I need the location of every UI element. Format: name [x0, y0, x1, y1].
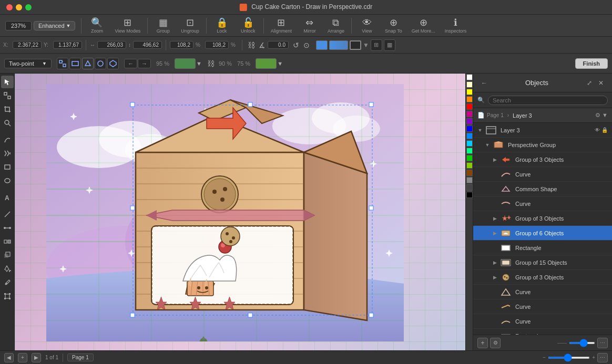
height-field[interactable]	[133, 41, 162, 49]
expand-icon[interactable]: ▼	[475, 128, 485, 133]
persp-arrow-right[interactable]: →	[138, 59, 151, 68]
color-purple[interactable]	[466, 118, 473, 124]
rotate-icon[interactable]: ↺	[293, 41, 299, 49]
expand-icon[interactable]: ▶	[490, 216, 499, 221]
persp-btn3[interactable]	[82, 58, 94, 69]
add-page-button[interactable]: +	[18, 353, 27, 362]
color-red[interactable]	[466, 103, 473, 110]
y-field[interactable]	[53, 41, 82, 49]
group3b-row[interactable]: ▶ Group of 3 Objects	[473, 211, 612, 226]
color-blue[interactable]	[466, 126, 473, 132]
select-tool[interactable]	[1, 76, 14, 88]
shadow-tool[interactable]	[1, 249, 14, 262]
color-white[interactable]	[466, 74, 473, 80]
expand-icon[interactable]: ▶	[490, 157, 499, 162]
zoom-in-button[interactable]: +	[592, 355, 595, 360]
curve2-row[interactable]: Curve	[473, 196, 612, 211]
stroke-color-box[interactable]	[350, 40, 361, 50]
persp-arrow-left[interactable]: ←	[124, 59, 137, 68]
rect2-row[interactable]: Rectangle	[473, 329, 612, 335]
unlock-tool[interactable]: 🔓 Unlock	[236, 17, 261, 35]
canvas-area[interactable]	[15, 74, 473, 350]
persp-btn1[interactable]	[57, 58, 68, 69]
ungroup-tool[interactable]: ⊡ Ungroup	[177, 17, 203, 35]
page-next-button[interactable]: ▶	[32, 353, 41, 362]
color-orange[interactable]	[466, 96, 473, 102]
inspectors-tool[interactable]: ℹ Inspectors	[441, 17, 471, 35]
curve3-row[interactable]: Curve	[473, 285, 612, 299]
fill-color-box[interactable]	[316, 40, 328, 50]
color-lime[interactable]	[466, 162, 473, 169]
group6-row[interactable]: ▶ Group of 6 Objects	[473, 226, 612, 241]
line-tool[interactable]	[1, 208, 14, 221]
color-swatch-green[interactable]	[175, 58, 196, 69]
zoom-tool-left[interactable]	[1, 117, 14, 129]
green2-dropdown[interactable]: ▼	[277, 60, 283, 67]
color-swatch-green2[interactable]	[256, 58, 277, 69]
persp-btn4[interactable]	[95, 58, 106, 69]
height-pct-field[interactable]	[205, 41, 229, 49]
eyedropper-tool[interactable]	[1, 276, 14, 289]
panel-back-button[interactable]: ←	[478, 77, 490, 89]
layer-lock[interactable]: 🔒	[601, 127, 608, 133]
search-input[interactable]	[488, 96, 608, 105]
expand-icon[interactable]: ▶	[490, 231, 499, 236]
rect1-row[interactable]: Rectangle	[473, 241, 612, 255]
lock-ratio-icon[interactable]: ⛓	[248, 41, 255, 49]
color-gray[interactable]	[466, 177, 473, 183]
crop-tool[interactable]	[1, 103, 14, 116]
lock-tool[interactable]: 🔒 Lock	[209, 17, 234, 35]
texture-btn[interactable]: ▦	[384, 39, 395, 51]
layer-options-button[interactable]: ⚙	[490, 338, 501, 348]
ellipse-tool[interactable]	[1, 174, 14, 187]
smart-draw-tool[interactable]	[1, 147, 14, 160]
connector-tool[interactable]	[1, 222, 14, 234]
expand-icon[interactable]: ▼	[483, 142, 492, 148]
arrange-tool[interactable]: ⧉ Arrange	[323, 17, 349, 35]
expand-icon[interactable]: ▶	[490, 275, 499, 280]
color-yellow[interactable]	[466, 89, 473, 95]
blend-tool[interactable]	[1, 235, 14, 248]
layer-visibility[interactable]: 👁	[595, 127, 600, 133]
layer-settings-button[interactable]: ⚙ ▼	[595, 112, 608, 119]
curve5-row[interactable]: Curve	[473, 314, 612, 329]
angle-field[interactable]	[268, 41, 289, 49]
view-type-select[interactable]: Two-point ▼	[4, 59, 52, 68]
color-green[interactable]	[466, 155, 473, 161]
width-pct-field[interactable]	[170, 41, 193, 49]
add-layer-button[interactable]: +	[477, 338, 488, 348]
page-icon[interactable]: 📄	[477, 112, 485, 119]
alignment-tool[interactable]: ⊞ Alignment	[267, 17, 296, 35]
expand-icon[interactable]: ▶	[490, 260, 499, 265]
rectangle-tool[interactable]	[1, 161, 14, 173]
fill-gradient-box[interactable]	[329, 40, 348, 50]
view-modes-tool[interactable]: ⊞ View Modes	[110, 17, 145, 35]
common-shape-row[interactable]: Common Shape	[473, 182, 612, 196]
close-button[interactable]	[6, 4, 13, 11]
curve1-row[interactable]: Curve	[473, 167, 612, 182]
page-prev-button[interactable]: ◀	[4, 353, 14, 362]
size-slider[interactable]	[569, 342, 595, 344]
finish-button[interactable]: Finish	[575, 58, 608, 69]
persp-group-row[interactable]: ▼ Perspective Group	[473, 138, 612, 152]
green-dropdown[interactable]: ▼	[196, 60, 202, 67]
color-teal[interactable]	[466, 148, 473, 154]
group15-row[interactable]: ▶ Group of 15 Objects	[473, 255, 612, 270]
maximize-button[interactable]	[25, 4, 32, 11]
zoom-value[interactable]: 237%	[5, 21, 32, 30]
transform-tool[interactable]	[1, 290, 14, 303]
color-lightblue[interactable]	[466, 133, 473, 139]
snap-to-tool[interactable]: ⊕ Snap To	[381, 17, 406, 35]
panel-close-button[interactable]: ✕	[595, 77, 607, 89]
color-dropdown[interactable]: ▼	[363, 41, 369, 49]
chain-icon[interactable]: ⛓	[207, 59, 215, 68]
color-lightyellow[interactable]	[466, 81, 473, 88]
color-black[interactable]	[466, 192, 473, 198]
more-button[interactable]: ⋯	[597, 338, 608, 348]
group3a-row[interactable]: ▶ Group of 3 Objects	[473, 152, 612, 167]
x-field[interactable]	[13, 41, 42, 49]
color-cyan[interactable]	[466, 140, 473, 147]
page-name-tag[interactable]: Page 1	[67, 353, 94, 361]
more-options-button[interactable]: ⋯	[597, 353, 608, 362]
freehand-tool[interactable]	[1, 133, 14, 146]
